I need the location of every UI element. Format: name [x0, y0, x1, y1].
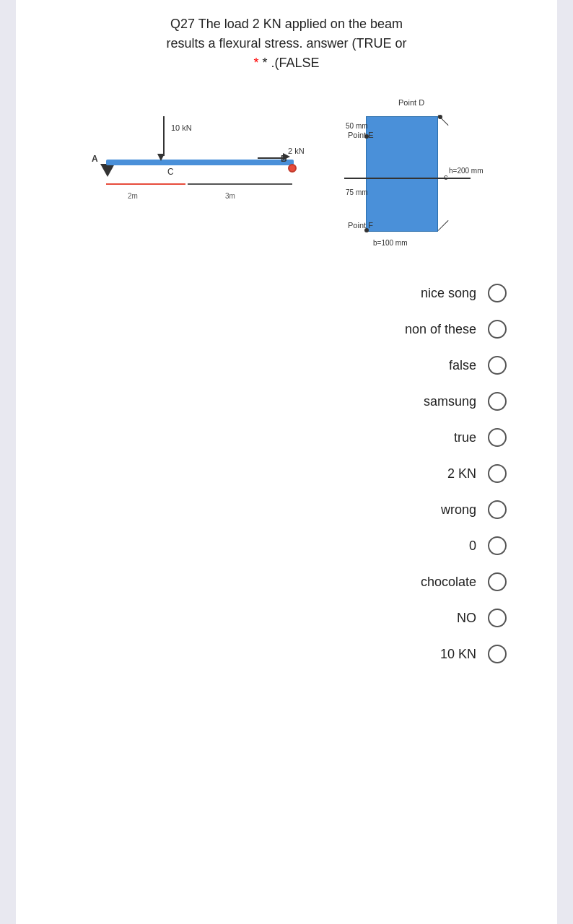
option-item-opt7[interactable]: wrong: [38, 492, 507, 528]
option-radio-opt9[interactable]: [488, 572, 507, 591]
option-label-opt6: 2 KN: [447, 466, 476, 481]
dim-arrow-left: [106, 183, 185, 185]
question-text: Q27 The load 2 KN applied on the beam re…: [38, 14, 535, 73]
force-2kn-line: [258, 157, 286, 159]
option-radio-opt6[interactable]: [488, 464, 507, 483]
force-10kn-label: 10 kN: [171, 123, 192, 132]
cs-dim-50: 50 mm: [346, 122, 368, 130]
cs-label-c: c: [444, 173, 448, 181]
label-c: C: [167, 167, 174, 177]
option-item-opt5[interactable]: true: [38, 419, 507, 456]
option-item-opt4[interactable]: samsung: [38, 383, 507, 419]
option-radio-opt10[interactable]: [488, 609, 507, 627]
cs-center-line: [344, 178, 471, 179]
cs-dim-75: 75 mm: [346, 188, 368, 196]
question-line3: * * .(FALSE: [38, 53, 535, 73]
option-label-opt3: false: [449, 358, 476, 373]
cs-label-e: Point E: [348, 131, 373, 139]
main-page: Q27 The load 2 KN applied on the beam re…: [16, 0, 557, 924]
asterisk: *: [253, 56, 258, 70]
option-item-opt1[interactable]: nice song: [38, 275, 507, 311]
option-item-opt2[interactable]: non of these: [38, 311, 507, 347]
beam-diagram: A B C 10 kN 2 kN: [84, 95, 315, 225]
beam-line: [106, 160, 294, 165]
dim-arrow-right: [188, 183, 292, 185]
support-b-circle: [288, 164, 297, 173]
option-item-opt11[interactable]: 10 KN: [38, 636, 507, 672]
force-10kn-line: [163, 116, 165, 156]
label-a: A: [92, 154, 98, 164]
option-item-opt9[interactable]: chocolate: [38, 564, 507, 600]
option-label-opt11: 10 KN: [440, 647, 476, 662]
cs-dim-b: b=100 mm: [373, 239, 408, 247]
dim-label-3m: 3m: [225, 192, 235, 200]
option-label-opt7: wrong: [441, 502, 476, 518]
option-label-opt2: non of these: [405, 322, 476, 337]
option-item-opt10[interactable]: NO: [38, 600, 507, 636]
support-a-triangle: [100, 164, 115, 177]
force-10kn-arrow: [157, 154, 165, 161]
option-label-opt4: samsung: [424, 394, 476, 409]
diagram-area: A B C 10 kN 2 kN: [38, 95, 535, 253]
option-label-opt1: nice song: [421, 286, 476, 301]
cs-tick-top-right: [438, 115, 449, 126]
cross-section-diagram: Point D Point E Point F c 50 mm 75 mm h=…: [344, 95, 489, 253]
options-list: nice songnon of thesefalsesamsungtrue2 K…: [38, 275, 535, 672]
option-item-opt8[interactable]: 0: [38, 528, 507, 564]
cs-dot-f: [364, 228, 369, 232]
question-line2: results a flexural stress. answer (TRUE …: [38, 34, 535, 53]
cs-label-f: Point F: [348, 221, 373, 230]
option-label-opt10: NO: [457, 611, 476, 626]
option-item-opt3[interactable]: false: [38, 347, 507, 383]
option-radio-opt5[interactable]: [488, 428, 507, 447]
cs-dot-e: [364, 134, 369, 139]
force-2kn-label: 2 kN: [288, 147, 305, 155]
option-radio-opt11[interactable]: [488, 645, 507, 663]
option-label-opt9: chocolate: [421, 575, 476, 590]
option-radio-opt1[interactable]: [488, 284, 507, 302]
cs-dim-h: h=200 mm: [449, 167, 484, 175]
cs-rectangle: [366, 116, 438, 232]
dim-label-2m: 2m: [128, 192, 138, 200]
option-radio-opt3[interactable]: [488, 356, 507, 375]
option-label-opt5: true: [454, 430, 476, 445]
option-item-opt6[interactable]: 2 KN: [38, 456, 507, 492]
option-radio-opt8[interactable]: [488, 536, 507, 555]
cs-tick-bottom-right: [438, 220, 449, 231]
question-line3-text: * .(FALSE: [263, 56, 320, 70]
question-line1: Q27 The load 2 KN applied on the beam: [38, 14, 535, 34]
option-label-opt8: 0: [469, 539, 476, 554]
cs-label-d: Point D: [398, 98, 424, 107]
option-radio-opt2[interactable]: [488, 320, 507, 339]
option-radio-opt4[interactable]: [488, 392, 507, 411]
option-radio-opt7[interactable]: [488, 500, 507, 519]
